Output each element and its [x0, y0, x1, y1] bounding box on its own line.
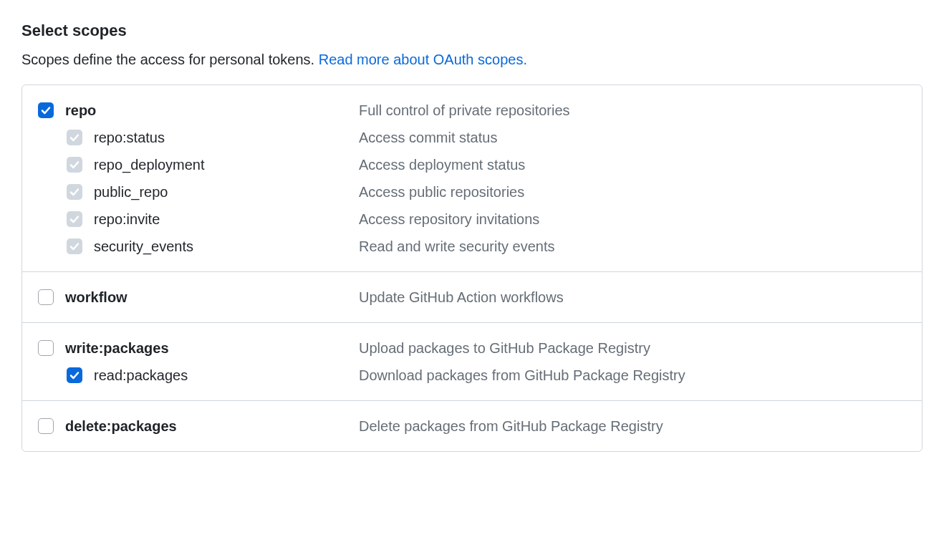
scope-label: read:packages [94, 367, 188, 383]
scope-label-col: workflow [65, 289, 359, 306]
scope-group-write-packages: write:packagesUpload packages to GitHub … [22, 323, 922, 401]
checkbox-repo-1 [67, 157, 82, 173]
scope-row: delete:packagesDelete packages from GitH… [37, 412, 907, 440]
scope-group-repo: repoFull control of private repositories… [22, 85, 922, 272]
scope-label: repo_deployment [94, 157, 205, 173]
scope-label: repo [65, 102, 96, 118]
checkbox-wrap [37, 288, 55, 306]
scope-description: Read and write security events [359, 238, 554, 255]
scope-label: repo:invite [94, 211, 160, 227]
scope-description: Delete packages from GitHub Package Regi… [359, 418, 663, 435]
scope-row: public_repoAccess public repositories [37, 178, 907, 206]
scope-row: repo_deploymentAccess deployment status [37, 151, 907, 178]
oauth-scopes-link[interactable]: Read more about OAuth scopes. [319, 52, 527, 67]
checkbox-repo-2 [67, 184, 82, 200]
checkbox-wrap [37, 417, 55, 435]
scope-row: repo:statusAccess commit status [37, 124, 907, 151]
scope-label-col: repo:invite [94, 211, 359, 228]
checkbox-wrap [65, 210, 84, 228]
scope-group-workflow: workflowUpdate GitHub Action workflows [22, 272, 922, 323]
scope-label-col: repo [65, 102, 359, 119]
scope-container: repoFull control of private repositories… [21, 85, 923, 452]
checkbox-delete-packages[interactable] [38, 418, 54, 434]
scope-description: Access commit status [359, 130, 497, 146]
scope-label: security_events [94, 238, 193, 254]
scope-row: security_eventsRead and write security e… [37, 233, 907, 260]
checkbox-wrap [65, 237, 84, 256]
checkbox-wrap [37, 101, 55, 120]
scope-description: Upload packages to GitHub Package Regist… [359, 340, 650, 357]
scope-label-col: write:packages [65, 340, 359, 357]
scope-label-col: delete:packages [65, 418, 359, 435]
checkbox-wrap [65, 155, 84, 174]
scope-label: workflow [65, 289, 127, 305]
description-text: Scopes define the access for personal to… [21, 52, 319, 67]
scope-label: write:packages [65, 340, 169, 356]
scope-label-col: repo_deployment [94, 157, 359, 173]
scope-row: write:packagesUpload packages to GitHub … [37, 334, 907, 362]
checkbox-write-packages-0[interactable] [67, 367, 82, 383]
checkbox-wrap [37, 339, 55, 357]
scope-description: Access deployment status [359, 157, 525, 173]
section-title: Select scopes [21, 21, 923, 40]
section-description: Scopes define the access for personal to… [21, 49, 923, 70]
scope-label-col: read:packages [94, 367, 359, 384]
scope-description: Update GitHub Action workflows [359, 289, 564, 306]
scope-label-col: repo:status [94, 130, 359, 146]
scope-description: Download packages from GitHub Package Re… [359, 367, 685, 384]
scope-label-col: public_repo [94, 184, 359, 201]
scope-label: public_repo [94, 184, 168, 200]
checkbox-repo[interactable] [38, 102, 54, 118]
checkbox-workflow[interactable] [38, 289, 54, 305]
scope-row: workflowUpdate GitHub Action workflows [37, 284, 907, 311]
checkbox-write-packages[interactable] [38, 340, 54, 356]
checkbox-repo-0 [67, 130, 82, 145]
checkbox-wrap [65, 366, 84, 385]
scope-description: Full control of private repositories [359, 102, 570, 119]
scope-label: repo:status [94, 130, 165, 145]
scope-label-col: security_events [94, 238, 359, 255]
checkbox-repo-4 [67, 238, 82, 254]
scope-description: Access public repositories [359, 184, 524, 201]
scope-row: repoFull control of private repositories [37, 97, 907, 124]
checkbox-wrap [65, 183, 84, 201]
scope-group-delete-packages: delete:packagesDelete packages from GitH… [22, 401, 922, 451]
scope-description: Access repository invitations [359, 211, 539, 228]
scope-row: read:packagesDownload packages from GitH… [37, 362, 907, 389]
checkbox-wrap [65, 128, 84, 147]
scope-label: delete:packages [65, 418, 177, 434]
checkbox-repo-3 [67, 211, 82, 227]
scope-row: repo:inviteAccess repository invitations [37, 206, 907, 233]
